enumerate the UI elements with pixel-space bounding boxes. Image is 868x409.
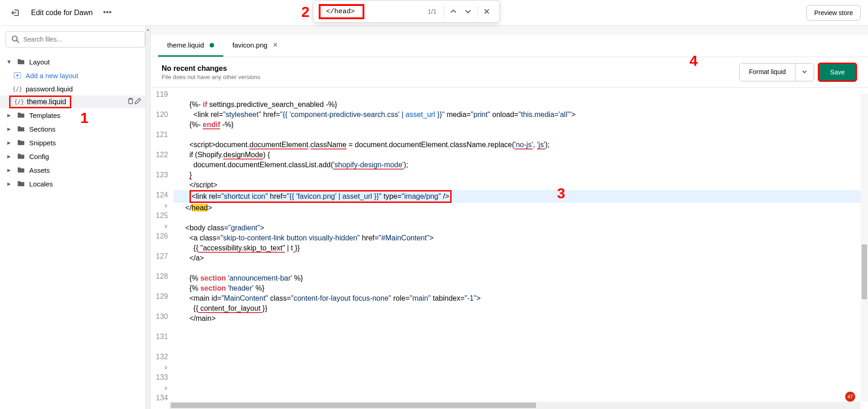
code-line-124[interactable]: <script>document.documentElement.classNa…	[174, 140, 868, 150]
edit-icon[interactable]	[134, 98, 142, 106]
code-line-133[interactable]: <a class="skip-to-content-link button vi…	[174, 233, 868, 243]
code-line-126[interactable]: document.documentElement.classList.add('…	[174, 160, 868, 170]
code-line-130[interactable]: </head>	[174, 203, 868, 213]
find-match-count: 1/1	[428, 8, 437, 15]
line-number: 122	[151, 150, 168, 170]
save-button[interactable]: Save	[818, 63, 857, 82]
line-number: 127	[151, 251, 168, 271]
sidebar-resizer[interactable]	[145, 26, 151, 409]
line-number: 124 ∨	[151, 190, 168, 211]
code-line-128[interactable]: </script>	[174, 180, 868, 190]
code-line-132[interactable]: <body class="gradient">	[174, 223, 868, 233]
code-line-134[interactable]: {{ "accessibility.skip_to_text" | t }}	[174, 243, 868, 253]
modified-dot-icon	[210, 43, 214, 48]
line-number: 130	[151, 312, 168, 332]
editor-toolbar: No recent changes File does not have any…	[151, 57, 868, 88]
page-title: Edit code for Dawn	[31, 9, 93, 17]
annotation-1: 1	[80, 110, 89, 127]
vertical-scrollbar[interactable]	[861, 94, 868, 402]
line-number: 120	[151, 110, 168, 130]
close-tab-icon[interactable]: ×	[273, 40, 278, 50]
preview-store-button[interactable]: Preview store	[806, 5, 861, 21]
line-number: 131	[151, 332, 168, 352]
error-count-badge[interactable]: 47	[845, 392, 855, 402]
line-number: 125 ∨	[151, 211, 168, 231]
line-number: 132 ∨	[151, 352, 168, 372]
line-number: 133 ∨	[151, 372, 168, 393]
code-line-138[interactable]: {% section 'header' %}	[174, 283, 868, 293]
code-line-129[interactable]: <link rel="shortcut icon" href="{{ 'favi…	[174, 190, 868, 203]
folder-templates[interactable]: ▸Templates	[0, 108, 151, 122]
annotation-4: 4	[689, 53, 698, 69]
annotation-2: 2	[301, 4, 310, 21]
code-line-122[interactable]: {%- endif -%}	[174, 120, 868, 130]
code-line-127[interactable]: }	[174, 170, 868, 180]
code-line-140[interactable]: {{ content_for_layout }}	[174, 303, 868, 313]
code-line-142[interactable]	[174, 324, 868, 334]
code-line-141[interactable]: </main>	[174, 313, 868, 324]
find-close-button[interactable]	[479, 4, 494, 19]
find-prev-button[interactable]	[446, 4, 461, 19]
line-number: 121	[151, 130, 168, 150]
editor-area: theme.liquidfavicon.png× No recent chang…	[151, 26, 868, 409]
line-number: 123	[151, 170, 168, 190]
recent-changes-title: No recent changes	[162, 64, 260, 73]
folder-config[interactable]: ▸Config	[0, 149, 151, 163]
find-next-button[interactable]	[461, 4, 475, 19]
file-search-box[interactable]	[5, 31, 145, 48]
delete-icon[interactable]	[127, 98, 134, 106]
folder-locales[interactable]: ▸Locales	[0, 177, 151, 191]
code-editor[interactable]: 119 120 121 122 123 124 ∨125 ∨126 127 12…	[151, 88, 868, 409]
more-menu-button[interactable]: •••	[100, 5, 115, 20]
file-password-liquid[interactable]: {/}password.liquid	[0, 82, 151, 96]
find-popup: </head> 1/1	[313, 0, 500, 23]
folder-assets[interactable]: ▸Assets	[0, 163, 151, 177]
exit-button[interactable]	[7, 5, 24, 21]
code-line-125[interactable]: if (Shopify.designMode) {	[174, 150, 868, 160]
file-sidebar: ▾LayoutAdd a new layout{/}password.liqui…	[0, 26, 151, 409]
line-number: 129	[151, 292, 168, 312]
line-number: 126	[151, 231, 168, 251]
line-number: 134	[151, 393, 168, 409]
code-line-136[interactable]	[174, 263, 868, 273]
file-add-a-new-layout[interactable]: Add a new layout	[0, 69, 151, 82]
folder-layout[interactable]: ▾Layout	[0, 55, 151, 69]
horizontal-scrollbar[interactable]	[169, 402, 861, 409]
editor-tabs: theme.liquidfavicon.png×	[151, 35, 868, 57]
search-icon	[11, 35, 20, 43]
code-line-121[interactable]: <link rel="stylesheet" href="{{ 'compone…	[174, 110, 868, 120]
recent-changes-subtitle: File does not have any other versions	[162, 74, 260, 80]
file-theme-liquid[interactable]: {/}theme.liquid	[0, 96, 151, 108]
code-line-137[interactable]: {% section 'announcement-bar' %}	[174, 273, 868, 283]
find-input[interactable]: </head>	[319, 4, 364, 19]
code-line-131[interactable]	[174, 213, 868, 223]
format-liquid-button[interactable]: Format liquid	[740, 64, 795, 81]
annotation-3: 3	[557, 185, 565, 202]
folder-sections[interactable]: ▸Sections	[0, 122, 151, 136]
code-line-139[interactable]: <main id="MainContent" class="content-fo…	[174, 293, 868, 303]
svg-point-0	[12, 36, 17, 41]
tab-theme-liquid[interactable]: theme.liquid	[158, 35, 223, 57]
line-number: 128	[151, 271, 168, 292]
file-search-input[interactable]	[23, 36, 139, 43]
line-number: 119	[151, 90, 168, 110]
folder-snippets[interactable]: ▸Snippets	[0, 136, 151, 149]
code-line-120[interactable]: {%- if settings.predictive_search_enable…	[174, 100, 868, 110]
code-line-135[interactable]: </a>	[174, 253, 868, 263]
code-line-123[interactable]	[174, 130, 868, 140]
tab-favicon-png[interactable]: favicon.png×	[223, 35, 287, 57]
code-line-119[interactable]	[174, 90, 868, 100]
format-dropdown-button[interactable]	[795, 64, 814, 81]
